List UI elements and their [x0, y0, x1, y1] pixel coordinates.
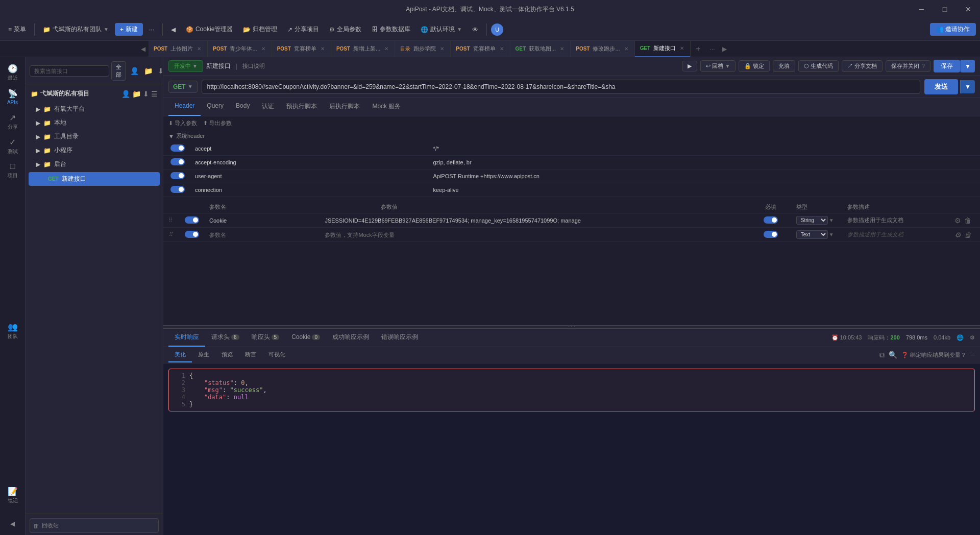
project-download-icon[interactable]: ⬇ [143, 90, 149, 98]
minimize-button[interactable]: ─ [910, 0, 933, 18]
param-name-input-new[interactable] [209, 232, 271, 238]
accept-toggle[interactable] [170, 144, 185, 152]
search-input[interactable] [30, 65, 109, 77]
tab-close-5[interactable]: ✕ [499, 45, 505, 52]
param-type-select-new[interactable]: Text String Integer [796, 230, 828, 239]
tab-close-6[interactable]: ✕ [559, 45, 565, 52]
tab-7[interactable]: POST 修改跑步... ✕ [571, 41, 634, 57]
status-dropdown[interactable]: 开发中 ▼ [168, 60, 203, 72]
tab-4[interactable]: 目录 跑步学院 ✕ [395, 41, 451, 57]
param-value-input-new[interactable] [325, 232, 478, 238]
invite-button[interactable]: 👥 邀请协作 [930, 23, 976, 36]
tab-1[interactable]: POST 青少年体... ✕ [208, 41, 272, 57]
res-tab-success-example[interactable]: 成功响应示例 [326, 329, 375, 347]
tab-close-4[interactable]: ✕ [439, 45, 445, 52]
sidebar-action-folder-icon[interactable]: 📁 [142, 66, 155, 76]
nav-share[interactable]: ↗ 分享 [2, 110, 24, 133]
lock-button[interactable]: 🔒 锁定 [739, 60, 770, 72]
url-input[interactable] [202, 80, 921, 94]
avatar[interactable]: U [491, 23, 503, 36]
tab-more-button[interactable]: ··· [706, 45, 719, 53]
close-button[interactable]: ✕ [957, 0, 980, 18]
nav-recent[interactable]: 🕐 最近 [2, 61, 24, 84]
data-store-button[interactable]: 🗄 参数数据库 [368, 23, 414, 36]
cookie-manager-button[interactable]: 🍪 Cookie管理器 [182, 23, 237, 36]
fill-button[interactable]: 充填 [773, 60, 795, 72]
connection-toggle[interactable] [170, 186, 185, 193]
tab-close-3[interactable]: ✕ [383, 45, 389, 52]
tab-0[interactable]: POST 上传图片 ✕ [149, 41, 208, 57]
encoding-toggle[interactable] [170, 158, 185, 165]
tree-item-2[interactable]: ▶ 📁 工具目录 [26, 130, 163, 143]
req-tab-post-script[interactable]: 后执行脚本 [323, 98, 366, 116]
drag-handle-0[interactable]: ⠿ [168, 217, 173, 223]
save-dropdown-button[interactable]: ▼ [960, 60, 975, 72]
res-tab-res-headers[interactable]: 响应头5 [246, 329, 286, 347]
method-selector[interactable]: GET ▼ [168, 81, 198, 93]
param-required-0[interactable] [764, 216, 778, 224]
res-tab-cookie[interactable]: Cookie0 [285, 329, 326, 346]
export-params-button[interactable]: ⬆ 导出参数 [203, 119, 232, 127]
send-button[interactable]: 发送 [924, 79, 958, 94]
new-button[interactable]: + + 新建 新建 [115, 23, 143, 36]
nav-left-button[interactable]: ◀ [167, 24, 180, 35]
tree-item-api[interactable]: GET 新建接口 [29, 172, 160, 186]
nav-notes[interactable]: 📝 笔记 [2, 484, 24, 506]
response-settings-icon[interactable]: ⚙ [970, 334, 975, 341]
project-share-icon[interactable]: 👤 [121, 90, 130, 98]
sys-header-toggle[interactable]: ▼ 系统header [163, 130, 980, 142]
tab-next-icon[interactable]: ▶ [719, 45, 730, 53]
tab-add-button[interactable]: + [691, 44, 705, 54]
share-doc-button[interactable]: ↗ 分享文档 [842, 60, 883, 72]
tree-item-4[interactable]: ▶ 📁 后台 [26, 157, 163, 171]
row-delete-icon-0[interactable]: 🗑 [964, 216, 971, 225]
import-params-button[interactable]: ⬇ 导入参数 [168, 119, 197, 127]
share-project-button[interactable]: ↗ 分享项目 [283, 23, 323, 36]
api-desc-label[interactable]: 接口说明 [242, 62, 265, 70]
row-delete-icon-new[interactable]: 🗑 [964, 231, 971, 239]
format-tab-raw[interactable]: 原生 [192, 348, 215, 362]
req-tab-query[interactable]: Query [201, 98, 230, 116]
save-button[interactable]: 保存 [934, 60, 960, 72]
sidebar-action-person-icon[interactable]: 👤 [128, 66, 141, 76]
tab-nav-right[interactable]: ▶ [719, 45, 730, 53]
collapse-response-icon[interactable]: ─ [970, 351, 975, 358]
tree-item-1[interactable]: ▶ 📁 本地 [26, 116, 163, 130]
maximize-button[interactable]: □ [933, 0, 957, 18]
bind-result-button[interactable]: ❓ 绑定响应结果到变量？ [901, 351, 966, 359]
run-button[interactable]: ▶ [682, 61, 697, 71]
format-tab-visual[interactable]: 可视化 [262, 348, 291, 362]
search-response-icon[interactable]: 🔍 [889, 351, 897, 359]
row-settings-icon-0[interactable]: ⚙ [954, 216, 961, 225]
tab-2[interactable]: POST 竞赛榜单 ✕ [272, 41, 331, 57]
param-toggle-0[interactable] [185, 216, 199, 224]
tab-close-2[interactable]: ✕ [320, 45, 326, 52]
project-list-icon[interactable]: ☰ [151, 90, 158, 98]
req-tab-body[interactable]: Body [230, 98, 256, 116]
env-selector[interactable]: 🌐 默认环境 ▼ [416, 23, 466, 36]
useragent-toggle[interactable] [170, 172, 185, 179]
project-new-folder-icon[interactable]: 📁 [132, 90, 141, 98]
nav-test[interactable]: ✓ 测试 [2, 135, 24, 157]
tab-close-7[interactable]: ✕ [623, 45, 629, 52]
nav-apis[interactable]: 📡 APIs [2, 86, 24, 108]
tab-close-8[interactable]: ✕ [679, 45, 685, 52]
recycle-bin-button[interactable]: 🗑 回收站 [26, 514, 163, 535]
tab-5[interactable]: POST 竞赛榜单 ✕ [451, 41, 510, 57]
tree-item-3[interactable]: ▶ 📁 小程序 [26, 143, 163, 157]
menu-button[interactable]: ≡ ≡ 菜单 菜单 [4, 23, 30, 36]
res-tab-req-headers[interactable]: 请求头6 [205, 329, 246, 347]
format-tab-assert[interactable]: 断言 [239, 348, 262, 362]
nav-project[interactable]: □ 项目 [2, 159, 24, 182]
format-tab-beautify[interactable]: 美化 [168, 348, 192, 362]
tab-6[interactable]: GET 获取地图... ✕ [510, 41, 571, 57]
tab-close-1[interactable]: ✕ [260, 45, 266, 52]
res-tab-error-example[interactable]: 错误响应示例 [375, 329, 424, 347]
nav-team[interactable]: 👥 团队 [2, 322, 24, 344]
format-tab-preview[interactable]: 预览 [215, 348, 239, 362]
generate-code-button[interactable]: ⬡ 生成代码 [798, 60, 839, 72]
param-type-select-0[interactable]: String Text Integer [796, 216, 828, 225]
copy-response-icon[interactable]: ⧉ [879, 351, 885, 359]
param-required-new[interactable] [764, 231, 778, 238]
global-params-button[interactable]: ⚙ 全局参数 [325, 23, 365, 36]
